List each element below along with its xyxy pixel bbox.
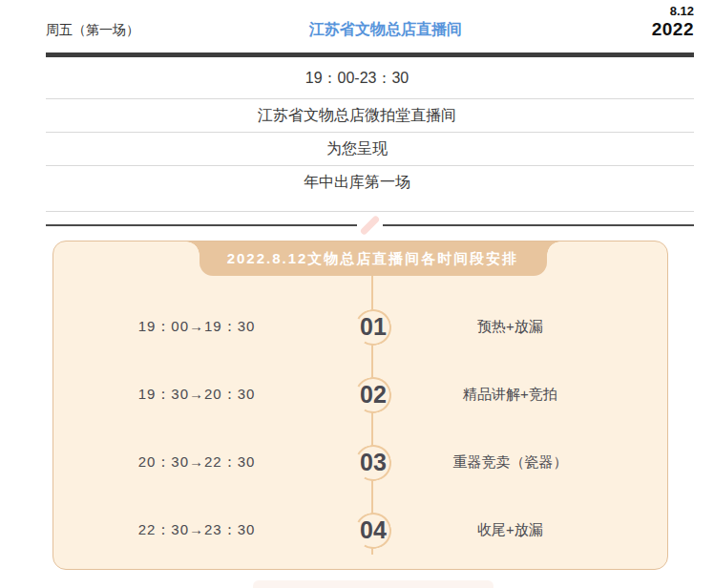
row-time: 19：00→19：30 [53, 318, 340, 336]
date-year: 2022 [652, 19, 694, 40]
row-label: 预热+放漏 [407, 318, 667, 336]
intro-time-range: 19：00-23：30 [0, 57, 714, 98]
intro-room-name: 江苏省文物总店微拍堂直播间 [0, 99, 714, 132]
row-label: 精品讲解+竞拍 [407, 386, 667, 404]
next-section-peek [253, 580, 494, 588]
row-index: 03 [360, 449, 387, 476]
divider-segment-right [383, 224, 694, 226]
schedule-card: 2022.8.12文物总店直播间各时间段安排 19：00→19：30 01 预热… [52, 241, 668, 570]
announcement-page: 周五（第一场） 江苏省文物总店直播间 8.12 2022 19：00-23：30… [0, 0, 714, 588]
schedule-row: 20：30→22：30 03 重器竞卖（瓷器） [53, 429, 667, 496]
row-step: 04 [340, 516, 407, 544]
header: 周五（第一场） 江苏省文物总店直播间 8.12 2022 [0, 0, 714, 52]
schedule-rows: 19：00→19：30 01 预热+放漏 19：30→20：30 02 精品讲解… [53, 242, 667, 569]
divider [46, 211, 694, 212]
row-time: 20：30→22：30 [53, 453, 340, 472]
schedule-row: 19：00→19：30 01 预热+放漏 [53, 293, 667, 361]
schedule-row: 19：30→20：30 02 精品讲解+竞拍 [53, 361, 667, 429]
date-month-day: 8.12 [652, 5, 694, 19]
row-index: 04 [360, 516, 387, 544]
row-label: 收尾+放漏 [407, 521, 667, 539]
row-time: 22：30→23：30 [53, 521, 340, 539]
row-step: 01 [340, 313, 407, 341]
slash-divider [46, 214, 694, 237]
row-label: 重器竞卖（瓷器） [407, 453, 667, 472]
row-step: 02 [340, 381, 407, 409]
row-step: 03 [340, 449, 407, 476]
intro-event-name: 年中出库第一场 [0, 166, 714, 199]
intro-presents: 为您呈现 [0, 133, 714, 165]
divider-slash-icon [360, 215, 381, 236]
row-time: 19：30→20：30 [53, 386, 340, 404]
schedule-row: 22：30→23：30 04 收尾+放漏 [53, 496, 667, 564]
row-index: 01 [360, 313, 387, 341]
store-title-link[interactable]: 江苏省文物总店直播间 [0, 20, 714, 40]
divider-segment-left [46, 224, 357, 226]
row-index: 02 [360, 381, 387, 409]
date-block: 8.12 2022 [652, 5, 694, 40]
intro-section: 19：00-23：30 江苏省文物总店微拍堂直播间 为您呈现 年中出库第一场 [0, 57, 714, 212]
